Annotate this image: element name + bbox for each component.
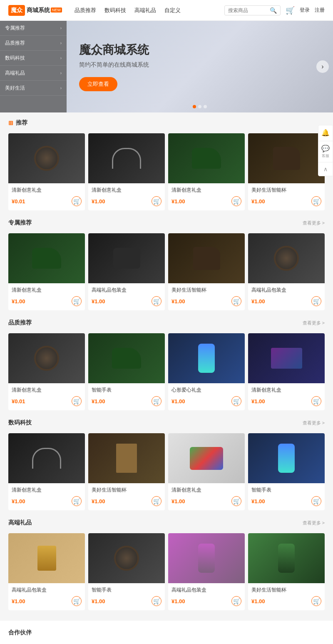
product-card[interactable]: 心形爱心礼盒 ¥1.00 🛒: [168, 333, 245, 410]
add-to-cart-button[interactable]: 🛒: [231, 496, 241, 506]
banner-dot-3[interactable]: [204, 105, 207, 108]
sidebar-item-quality[interactable]: 品质推荐 ›: [0, 36, 67, 51]
float-service[interactable]: 💬 客服: [318, 141, 333, 162]
cart-icon[interactable]: 🛒: [286, 6, 295, 15]
add-to-cart-button[interactable]: 🛒: [311, 596, 321, 606]
luxury-section-header: 高端礼品 查看更多 >: [8, 517, 325, 529]
add-to-cart-button[interactable]: 🛒: [152, 196, 162, 206]
sidebar-label-digital: 数码科技: [5, 55, 25, 62]
login-button[interactable]: 登录: [300, 7, 310, 14]
product-card[interactable]: 清新创意礼盒 ¥1.00 🛒: [168, 433, 245, 510]
product-image: [168, 333, 245, 383]
add-to-cart-button[interactable]: 🛒: [311, 396, 321, 406]
featured-more-link[interactable]: 查看更多 >: [303, 220, 325, 226]
product-footer: ¥1.00 🛒: [171, 496, 241, 506]
add-to-cart-button[interactable]: 🛒: [231, 396, 241, 406]
logo[interactable]: 魔众 商城系统 NEW: [8, 5, 62, 16]
sidebar-arrow-quality: ›: [60, 41, 62, 45]
add-to-cart-button[interactable]: 🛒: [152, 496, 162, 506]
sidebar-item-luxury[interactable]: 高端礼品 ›: [0, 66, 67, 81]
add-to-cart-button[interactable]: 🛒: [72, 496, 82, 506]
product-footer: ¥1.00 🛒: [251, 296, 321, 306]
add-to-cart-button[interactable]: 🛒: [152, 396, 162, 406]
product-card[interactable]: 清新创意礼盒 ¥0.01 🛒: [8, 133, 85, 210]
recommend-title-text: 推荐: [16, 119, 27, 127]
product-card[interactable]: 清新创意礼盒 ¥1.00 🛒: [8, 433, 85, 510]
product-image: [248, 133, 325, 183]
product-card[interactable]: 智能手表 ¥1.00 🛒: [248, 433, 325, 510]
add-to-cart-button[interactable]: 🛒: [72, 196, 82, 206]
nav-item-custom[interactable]: 自定义: [164, 7, 181, 14]
product-footer: ¥1.00 🛒: [92, 596, 162, 606]
search-input[interactable]: [228, 7, 270, 13]
product-card[interactable]: 清新创意礼盒 ¥1.00 🛒: [8, 233, 85, 310]
add-to-cart-button[interactable]: 🛒: [231, 196, 241, 206]
add-to-cart-button[interactable]: 🛒: [311, 496, 321, 506]
product-price: ¥1.00: [171, 598, 185, 604]
search-icon[interactable]: 🔍: [270, 7, 277, 14]
add-to-cart-button[interactable]: 🛒: [152, 596, 162, 606]
digital-section-header: 数码科技 查看更多 >: [8, 417, 325, 429]
product-card[interactable]: 美好生活智能杯 ¥1.00 🛒: [88, 433, 165, 510]
product-card[interactable]: 高端礼品包装盒 ¥1.00 🛒: [248, 233, 325, 310]
product-card[interactable]: 高端礼品包装盒 ¥1.00 🛒: [8, 533, 85, 610]
main-nav: 品质推荐 数码科技 高端礼品 自定义: [75, 7, 224, 14]
service-icon: 💬: [321, 145, 330, 152]
product-card[interactable]: 高端礼品包装盒 ¥1.00 🛒: [168, 533, 245, 610]
product-name: 清新创意礼盒: [171, 487, 241, 494]
luxury-title-text: 高端礼品: [8, 519, 32, 527]
quality-section-title: 品质推荐: [8, 319, 32, 327]
product-price: ¥1.00: [12, 498, 25, 504]
product-card[interactable]: 清新创意礼盒 ¥0.01 🛒: [8, 333, 85, 410]
register-button[interactable]: 注册: [315, 7, 325, 14]
product-price: ¥1.00: [12, 298, 25, 305]
product-card[interactable]: 高端礼品包装盒 ¥1.00 🛒: [88, 233, 165, 310]
product-image: [8, 433, 85, 483]
product-card[interactable]: 清新创意礼盒 ¥1.00 🛒: [88, 133, 165, 210]
product-info: 高端礼品包装盒 ¥1.00 🛒: [88, 283, 165, 310]
nav-item-luxury[interactable]: 高端礼品: [134, 7, 156, 14]
add-to-cart-button[interactable]: 🛒: [311, 196, 321, 206]
product-card[interactable]: 清新创意礼盒 ¥1.00 🛒: [248, 333, 325, 410]
product-card[interactable]: 清新创意礼盒 ¥1.00 🛒: [168, 133, 245, 210]
product-info: 高端礼品包装盒 ¥1.00 🛒: [248, 283, 325, 310]
luxury-more-link[interactable]: 查看更多 >: [303, 520, 325, 526]
product-name: 智能手表: [251, 487, 321, 494]
product-footer: ¥1.00 🛒: [12, 596, 82, 606]
featured-section-header: 专属推荐 查看更多 >: [8, 217, 325, 229]
nav-item-quality[interactable]: 品质推荐: [75, 7, 96, 14]
float-scroll-up[interactable]: ∧: [318, 162, 333, 176]
product-card[interactable]: 智能手表 ¥1.00 🛒: [88, 533, 165, 610]
add-to-cart-button[interactable]: 🛒: [231, 596, 241, 606]
add-to-cart-button[interactable]: 🛒: [72, 296, 82, 306]
product-image: [248, 533, 325, 583]
product-footer: ¥1.00 🛒: [12, 296, 82, 306]
banner-dots: [193, 105, 207, 108]
search-box[interactable]: 🔍: [224, 5, 281, 15]
digital-more-link[interactable]: 查看更多 >: [303, 420, 325, 426]
banner-next-arrow[interactable]: ›: [316, 60, 329, 73]
add-to-cart-button[interactable]: 🛒: [72, 596, 82, 606]
banner-dot-2[interactable]: [198, 105, 201, 108]
sidebar-item-featured[interactable]: 专属推荐 ›: [0, 21, 67, 36]
sidebar-item-digital[interactable]: 数码科技 ›: [0, 51, 67, 66]
float-notification[interactable]: 🔔: [318, 125, 333, 141]
product-info: 清新创意礼盒 ¥0.01 🛒: [8, 383, 85, 410]
sidebar-item-life[interactable]: 美好生活 ›: [0, 81, 67, 96]
product-image: [248, 333, 325, 383]
add-to-cart-button[interactable]: 🛒: [231, 296, 241, 306]
banner-cta-button[interactable]: 立即查看: [79, 77, 117, 91]
product-card[interactable]: 美好生活智能杯 ¥1.00 🛒: [248, 133, 325, 210]
add-to-cart-button[interactable]: 🛒: [72, 396, 82, 406]
product-name: 智能手表: [92, 587, 162, 594]
sidebar-arrow-luxury: ›: [60, 71, 62, 75]
nav-item-digital[interactable]: 数码科技: [104, 7, 126, 14]
add-to-cart-button[interactable]: 🛒: [152, 296, 162, 306]
banner-dot-1[interactable]: [193, 105, 196, 108]
product-card[interactable]: 美好生活智能杯 ¥1.00 🛒: [168, 233, 245, 310]
product-card[interactable]: 智能手表 ¥1.00 🛒: [88, 333, 165, 410]
add-to-cart-button[interactable]: 🛒: [311, 296, 321, 306]
partners-title: 合作伙伴: [8, 629, 325, 637]
quality-more-link[interactable]: 查看更多 >: [303, 320, 325, 326]
product-card[interactable]: 美好生活智能杯 ¥1.00 🛒: [248, 533, 325, 610]
